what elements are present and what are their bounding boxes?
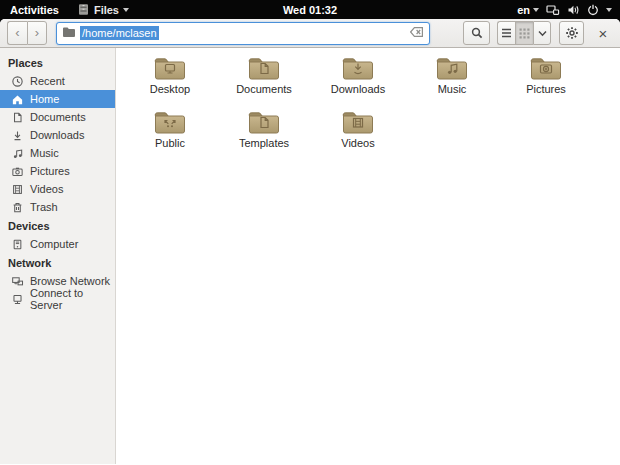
downloads-folder-icon — [341, 54, 375, 82]
app-menu-label: Files — [94, 4, 119, 16]
window-close-button[interactable]: × — [593, 22, 613, 44]
clear-icon[interactable] — [409, 24, 424, 42]
chevron-down-icon — [533, 8, 539, 12]
folder-label: Desktop — [150, 83, 190, 95]
documents-folder-icon — [247, 54, 281, 82]
forward-button[interactable]: › — [27, 21, 47, 45]
power-icon[interactable] — [587, 4, 599, 16]
search-button[interactable] — [463, 21, 490, 45]
icon-grid: Desktop Documents Downloads Music Pictur… — [123, 54, 620, 155]
sidebar-item-downloads[interactable]: Downloads — [0, 126, 115, 144]
folder-item-public[interactable]: Public — [123, 108, 217, 155]
folder-label: Videos — [341, 137, 374, 149]
pictures-folder-icon — [529, 54, 563, 82]
sidebar-header-network: Network — [0, 253, 115, 272]
top-bar: Activities Files Wed 01:32 en — [0, 0, 620, 19]
sidebar-item-recent[interactable]: Recent — [0, 72, 115, 90]
folder-label: Templates — [239, 137, 289, 149]
chevron-down-icon[interactable] — [606, 8, 612, 12]
sidebar-header-devices: Devices — [0, 216, 115, 235]
folder-item-downloads[interactable]: Downloads — [311, 54, 405, 101]
view-options-dropdown[interactable] — [533, 21, 551, 45]
folder-item-videos[interactable]: Videos — [311, 108, 405, 155]
videos-folder-icon — [341, 108, 375, 136]
gear-menu-button[interactable] — [559, 21, 584, 45]
toolbar: ‹ › /home/mclasen — [0, 19, 620, 48]
folder-label: Music — [438, 83, 467, 95]
sidebar-item-connect-to-server[interactable]: Connect to Server — [0, 290, 115, 308]
sidebar-item-pictures[interactable]: Pictures — [0, 162, 115, 180]
list-view-button[interactable] — [497, 21, 515, 45]
public-folder-icon — [153, 108, 187, 136]
chevron-down-icon — [123, 8, 129, 12]
folder-icon — [62, 24, 76, 42]
sidebar-header-places: Places — [0, 53, 115, 72]
desktop-folder-icon — [153, 54, 187, 82]
folder-label: Pictures — [526, 83, 566, 95]
input-source-indicator[interactable]: en — [517, 4, 539, 16]
file-view[interactable]: Desktop Documents Downloads Music Pictur… — [116, 48, 620, 464]
places-sidebar: Places Recent Home Documents Downloads M… — [0, 48, 116, 464]
nav-buttons: ‹ › — [7, 21, 47, 45]
folder-label: Public — [155, 137, 185, 149]
activities-button[interactable]: Activities — [0, 0, 69, 19]
sidebar-item-trash[interactable]: Trash — [0, 198, 115, 216]
back-button[interactable]: ‹ — [7, 21, 27, 45]
sidebar-item-computer[interactable]: Computer — [0, 235, 115, 253]
volume-icon[interactable] — [567, 4, 580, 16]
folder-item-music[interactable]: Music — [405, 54, 499, 101]
files-app-icon — [77, 3, 90, 16]
location-text: /home/mclasen — [80, 26, 159, 40]
sidebar-item-home[interactable]: Home — [0, 90, 115, 108]
folder-item-templates[interactable]: Templates — [217, 108, 311, 155]
folder-label: Downloads — [331, 83, 385, 95]
grid-view-button[interactable] — [515, 21, 533, 45]
templates-folder-icon — [247, 108, 281, 136]
sidebar-item-music[interactable]: Music — [0, 144, 115, 162]
folder-item-desktop[interactable]: Desktop — [123, 54, 217, 101]
folder-label: Documents — [236, 83, 292, 95]
music-folder-icon — [435, 54, 469, 82]
app-menu[interactable]: Files — [69, 0, 137, 19]
folder-item-pictures[interactable]: Pictures — [499, 54, 593, 101]
sidebar-item-videos[interactable]: Videos — [0, 180, 115, 198]
network-status-icon[interactable] — [546, 4, 560, 16]
sidebar-item-documents[interactable]: Documents — [0, 108, 115, 126]
folder-item-documents[interactable]: Documents — [217, 54, 311, 101]
location-entry[interactable]: /home/mclasen — [56, 22, 430, 45]
view-switcher — [497, 21, 551, 45]
files-window: ‹ › /home/mclasen — [0, 19, 620, 465]
